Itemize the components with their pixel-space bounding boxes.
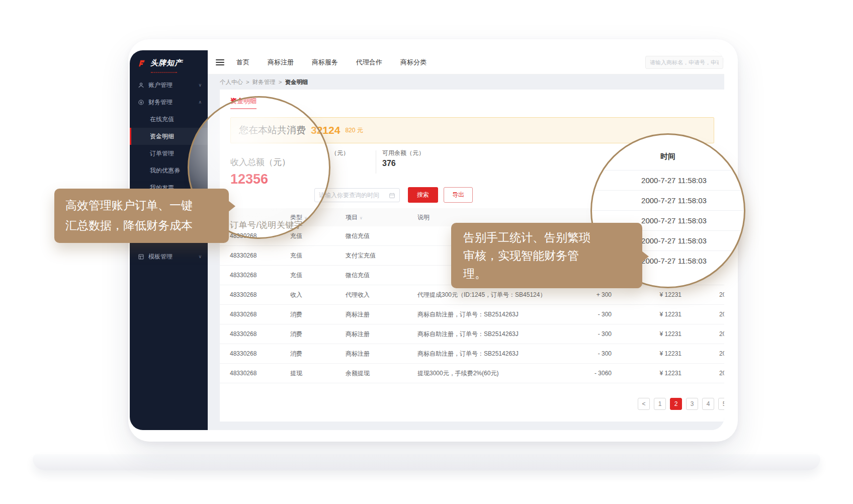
available-balance-value: 376 xyxy=(382,159,396,168)
pagination-page-4[interactable]: 4 xyxy=(702,398,714,410)
callout-arrow-icon xyxy=(228,201,235,212)
pagination-page-1[interactable]: 1 xyxy=(654,398,666,410)
breadcrumb-item[interactable]: 财务管理 xyxy=(252,78,276,86)
laptop-base xyxy=(33,454,820,470)
pagination-page-3[interactable]: 3 xyxy=(686,398,698,410)
cell-order: 48330268 xyxy=(230,350,290,357)
chevron-down-icon: ∨ xyxy=(198,254,202,259)
consumption-banner: 您在本站共消费 32124 820 元 xyxy=(230,117,714,143)
cell-amount: + 300 xyxy=(578,291,612,298)
cell-project: 微信充值 xyxy=(346,232,417,240)
cell-order: 48330268 xyxy=(230,232,290,239)
nav-link-trademark-register[interactable]: 商标注册 xyxy=(268,58,294,67)
cell-type: 充值 xyxy=(290,251,346,260)
chevron-down-icon: ∨ xyxy=(198,82,202,88)
cell-type: 提现 xyxy=(290,369,346,378)
template-icon xyxy=(138,254,144,260)
sort-icon: ∨ xyxy=(360,216,363,220)
menu-icon[interactable] xyxy=(216,58,224,67)
cell-amount: - 300 xyxy=(578,311,612,318)
table-row: 48330268 提现 余额提现 提现3000元，手续费2%(60元) - 30… xyxy=(220,364,724,383)
sidebar-item-account[interactable]: 账户管理 ∨ xyxy=(130,76,208,94)
breadcrumb-separator: > xyxy=(279,79,282,85)
sidebar-item-template[interactable]: 模板管理 ∨ xyxy=(130,248,208,265)
date-query-input[interactable]: 请输入你要查询的时间 xyxy=(314,188,400,202)
cell-project: 支付宝充值 xyxy=(346,251,417,260)
divider xyxy=(376,150,376,174)
callout-right: 告别手工统计、告别繁琐 审核，实现智能财务管 理。 xyxy=(451,223,642,288)
cell-project: 代理收入 xyxy=(346,291,417,299)
cell-project: 商标注册 xyxy=(346,310,417,319)
banner-prefix: 您在本站共消费 xyxy=(239,124,306,137)
sidebar-subitem-my-coupons[interactable]: 我的优惠券 xyxy=(130,162,208,179)
sidebar-subitem-funds-detail[interactable]: 资金明细 xyxy=(130,128,208,145)
cell-order: 48330268 xyxy=(230,272,290,279)
sidebar-item-label: 财务管理 xyxy=(148,98,173,107)
cell-balance: ¥ 12231 xyxy=(612,291,681,298)
logo-icon xyxy=(137,59,147,68)
banner-suffix: 820 元 xyxy=(345,126,363,135)
breadcrumb-item-current: 资金明细 xyxy=(285,78,308,86)
table-row: 48330268 消费 商标注册 商标自助注册，订单号：SB2514263J -… xyxy=(220,344,724,364)
cell-desc: 提现3000元，手续费2%(60元) xyxy=(417,369,578,378)
cell-type: 充值 xyxy=(290,232,346,240)
cell-time: 2000-7-27 11:58:03 xyxy=(681,370,724,377)
breadcrumb-separator: > xyxy=(246,79,249,85)
breadcrumb: 个人中心 > 财务管理 > 资金明细 xyxy=(220,74,308,90)
callout-left: 高效管理账户订单、一键 汇总数据，降低财务成本 xyxy=(54,189,229,243)
logo: 头牌知产 xyxy=(130,50,208,71)
nav-link-trademark-service[interactable]: 商标服务 xyxy=(312,58,338,67)
cell-amount: - 300 xyxy=(578,330,612,338)
cell-balance: ¥ 12231 xyxy=(612,330,681,338)
topbar-search-input[interactable] xyxy=(645,56,723,69)
nav-link-home[interactable]: 首页 xyxy=(236,58,249,67)
calendar-icon[interactable] xyxy=(389,192,395,199)
breadcrumb-item[interactable]: 个人中心 xyxy=(220,78,243,86)
pagination-page-5[interactable]: 5 xyxy=(718,398,724,410)
callout-left-line: 高效管理账户订单、一键 xyxy=(65,195,218,215)
tab-funds-detail[interactable]: 资金明细 xyxy=(230,97,257,106)
top-navigation: 首页 商标注册 商标服务 代理合作 商标分类 xyxy=(236,58,426,67)
sidebar-subitem-order-management[interactable]: 订单管理 xyxy=(130,145,208,162)
sidebar-item-label: 模板管理 xyxy=(148,253,173,261)
cell-order: 48330268 xyxy=(230,252,290,259)
cell-project: 商标注册 xyxy=(346,330,417,339)
cell-desc: 商标自助注册，订单号：SB2514263J xyxy=(417,350,578,358)
sidebar-item-finance[interactable]: 财务管理 ∧ xyxy=(130,94,208,111)
callout-left-line: 汇总数据，降低财务成本 xyxy=(65,215,218,235)
finance-icon xyxy=(138,99,144,106)
callout-arrow-icon xyxy=(642,251,649,262)
cell-desc: 商标自助注册，订单号：SB2514263J xyxy=(417,330,578,339)
income-total-label: 收入总额（元） xyxy=(230,156,290,168)
logo-subtext-decor xyxy=(151,72,177,73)
callout-right-line: 理。 xyxy=(463,265,630,283)
cell-type: 消费 xyxy=(290,310,346,319)
sidebar-item-label: 账户管理 xyxy=(148,81,173,90)
user-icon xyxy=(138,82,144,89)
cell-balance: ¥ 12231 xyxy=(612,311,681,318)
cell-desc: 商标自助注册，订单号：SB2514263J xyxy=(417,310,578,319)
sidebar-subitem-label: 资金明细 xyxy=(150,132,174,141)
nav-link-agency[interactable]: 代理合作 xyxy=(356,58,382,67)
pagination-page-2-active[interactable]: 2 xyxy=(670,398,682,410)
pagination-prev[interactable]: < xyxy=(638,398,650,410)
header-project[interactable]: 项目∨ xyxy=(346,213,417,222)
cell-time: 2000-7-27 11:58:03 xyxy=(681,291,724,298)
callout-right-line: 审核，实现智能财务管 xyxy=(463,246,630,265)
cell-amount: - 300 xyxy=(578,350,612,357)
cell-time: 2000-7-27 11:58:03 xyxy=(681,330,724,338)
table-row: 48330268 消费 商标注册 商标自助注册，订单号：SB2514263J -… xyxy=(220,324,724,344)
sidebar-subitem-label: 订单管理 xyxy=(150,149,174,158)
export-button[interactable]: 导出 xyxy=(444,187,473,203)
cell-order: 48330268 xyxy=(230,291,290,298)
search-button[interactable]: 搜索 xyxy=(408,187,438,203)
cell-type: 消费 xyxy=(290,350,346,358)
banner-amount: 32124 xyxy=(311,124,340,136)
nav-link-trademark-category[interactable]: 商标分类 xyxy=(400,58,426,67)
cell-project: 微信充值 xyxy=(346,271,417,280)
logo-text: 头牌知产 xyxy=(150,58,183,68)
cell-type: 收入 xyxy=(290,291,346,299)
cell-order: 48330268 xyxy=(230,311,290,318)
sidebar-subitem-online-recharge[interactable]: 在线充值 xyxy=(130,111,208,128)
topbar: 首页 商标注册 商标服务 代理合作 商标分类 xyxy=(208,50,724,74)
